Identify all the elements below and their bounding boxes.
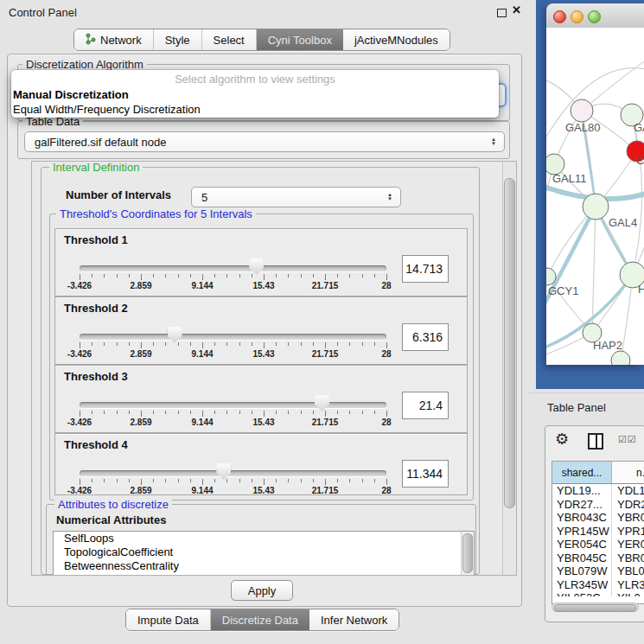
top-tab-jactivemnodules[interactable]: jActiveMNodules bbox=[343, 29, 450, 50]
table-row[interactable]: YBR043CYBR0 bbox=[552, 511, 644, 525]
top-tab-label: Select bbox=[214, 34, 245, 47]
tick-mark bbox=[386, 479, 387, 485]
network-node[interactable] bbox=[583, 194, 609, 220]
mac-zoom-light-icon[interactable] bbox=[588, 10, 601, 23]
cell-name[interactable]: YDR2 bbox=[612, 498, 644, 512]
top-tab-select[interactable]: Select bbox=[202, 29, 257, 50]
apply-button[interactable]: Apply bbox=[231, 580, 293, 601]
mac-minimize-light-icon[interactable] bbox=[571, 10, 583, 23]
tick-mark bbox=[202, 411, 203, 417]
attributes-scrollbar[interactable] bbox=[461, 532, 474, 576]
close-icon[interactable]: ✕ bbox=[512, 3, 521, 16]
threshold-slider-track[interactable] bbox=[80, 334, 386, 340]
threshold-slider-thumb[interactable] bbox=[315, 395, 329, 411]
cell-name[interactable]: YLR3 bbox=[612, 578, 644, 592]
attribute-item-topologicalcoefficient[interactable]: TopologicalCoefficient bbox=[54, 545, 474, 559]
cell-shared-name[interactable]: YDR27... bbox=[552, 498, 612, 512]
threshold-slider-thumb[interactable] bbox=[168, 327, 182, 343]
threshold-value-field[interactable]: 11.344 bbox=[402, 460, 449, 488]
dropdown-option-equal-width-frequency[interactable]: Equal Width/Frequency Discretization bbox=[11, 103, 499, 118]
cell-name[interactable]: YIL0 bbox=[612, 591, 644, 596]
tick-mark bbox=[202, 479, 203, 485]
tick-mark bbox=[92, 274, 92, 277]
cell-name[interactable]: YBR0 bbox=[612, 552, 644, 565]
panel-scrollbar[interactable] bbox=[502, 162, 516, 575]
column-selector-icon[interactable] bbox=[588, 433, 603, 450]
column-header-name[interactable]: n... bbox=[612, 462, 644, 483]
tick-mark bbox=[202, 274, 203, 280]
tick-mark bbox=[362, 342, 363, 346]
settings-scroll-viewport: Interval Definition Number of Intervals … bbox=[31, 161, 517, 576]
cell-shared-name[interactable]: YBR043C bbox=[552, 511, 612, 525]
tick-mark bbox=[129, 274, 130, 277]
tick-mark bbox=[276, 274, 277, 277]
gear-icon[interactable]: ⚙ bbox=[555, 430, 569, 449]
cell-name[interactable]: YDL1 bbox=[612, 484, 644, 498]
dropdown-placeholder-item[interactable]: Select algorithm to view settings bbox=[11, 70, 499, 88]
table-horizontal-scrollbar[interactable] bbox=[552, 603, 639, 612]
threshold-slider-thumb[interactable] bbox=[249, 258, 264, 275]
float-window-icon[interactable] bbox=[497, 9, 507, 17]
table-row[interactable]: YER054CYER0 bbox=[552, 538, 644, 552]
column-header-shared-name[interactable]: shared... bbox=[552, 462, 612, 483]
cell-shared-name[interactable]: YBL079W bbox=[552, 564, 612, 578]
tick-mark bbox=[129, 479, 130, 482]
cell-shared-name[interactable]: YIL052C bbox=[552, 591, 612, 596]
network-node[interactable] bbox=[571, 99, 593, 122]
tick-mark bbox=[349, 479, 350, 482]
threshold-value-field[interactable]: 14.713 bbox=[402, 255, 449, 283]
cell-shared-name[interactable]: YBR045C bbox=[552, 552, 612, 565]
number-of-intervals-select[interactable]: 5 ▲▼ bbox=[191, 187, 401, 207]
bottom-tab-impute-data[interactable]: Impute Data bbox=[126, 609, 211, 630]
scale-label: 21.715 bbox=[312, 281, 339, 290]
network-node[interactable] bbox=[611, 351, 630, 365]
table-row[interactable]: YDL19...YDL1 bbox=[552, 484, 644, 498]
table-row[interactable]: YPR145WYPR1 bbox=[552, 525, 644, 539]
cell-shared-name[interactable]: YER054C bbox=[552, 538, 612, 552]
attribute-item-selfloops[interactable]: SelfLoops bbox=[54, 532, 474, 545]
threshold-slider-thumb[interactable] bbox=[216, 463, 231, 480]
top-tab-style[interactable]: Style bbox=[154, 29, 202, 50]
checkbox-icons[interactable]: ☑☑ bbox=[618, 434, 637, 445]
scale-label: 21.715 bbox=[312, 486, 339, 495]
mac-close-light-icon[interactable] bbox=[553, 10, 566, 23]
threshold-slider-track[interactable] bbox=[80, 470, 386, 476]
scale-label: -3.426 bbox=[67, 349, 92, 359]
bottom-tab-infer-network[interactable]: Infer Network bbox=[309, 609, 399, 630]
tick-mark bbox=[337, 342, 338, 346]
scale-label: -3.426 bbox=[67, 281, 92, 290]
attribute-item-betweennesscentrality[interactable]: BetweennessCentrality bbox=[54, 559, 474, 573]
threshold-slider-track[interactable] bbox=[80, 265, 386, 271]
cell-name[interactable]: YER0 bbox=[612, 538, 644, 552]
top-tab-network[interactable]: Network bbox=[74, 29, 154, 50]
top-tab-cyni-toolbox[interactable]: Cyni Toolbox bbox=[257, 29, 343, 50]
threshold-slider-track[interactable] bbox=[80, 402, 386, 408]
table-row[interactable]: YBL079WYBL0 bbox=[552, 564, 644, 578]
table-row[interactable]: YBR045CYBR0 bbox=[552, 552, 644, 565]
attributes-scrollbar-thumb[interactable] bbox=[462, 533, 473, 573]
cell-shared-name[interactable]: YLR345W bbox=[552, 578, 612, 592]
threshold-value-field[interactable]: 6.316 bbox=[402, 323, 449, 351]
scale-label: 28 bbox=[381, 486, 391, 495]
bottom-tab-discretize-data[interactable]: Discretize Data bbox=[211, 609, 309, 630]
cell-name[interactable]: YPR1 bbox=[612, 525, 644, 539]
table-row[interactable]: YLR345WYLR3 bbox=[552, 578, 644, 592]
table-data-select[interactable]: galFiltered.sif default node ▲▼ bbox=[24, 131, 505, 152]
table-row[interactable]: YDR27...YDR2 bbox=[552, 498, 644, 512]
dropdown-option-manual-discretization[interactable]: Manual Discretization bbox=[11, 88, 499, 103]
tick-mark bbox=[325, 479, 326, 485]
cell-name[interactable]: YBL0 bbox=[612, 564, 644, 578]
threshold-value-field[interactable]: 21.4 bbox=[402, 392, 449, 419]
cell-shared-name[interactable]: YDL19... bbox=[552, 484, 612, 498]
tick-mark bbox=[117, 274, 118, 277]
tick-mark bbox=[165, 411, 166, 414]
network-window-titlebar[interactable] bbox=[546, 3, 644, 29]
table-row[interactable]: YIL052CYIL0 bbox=[552, 591, 644, 596]
cell-shared-name[interactable]: YPR145W bbox=[552, 525, 612, 539]
panel-scrollbar-thumb[interactable] bbox=[504, 178, 515, 508]
tick-mark bbox=[252, 479, 252, 482]
network-canvas[interactable]: GAL80GACGAL11GAL4GCY1HHAP2 bbox=[546, 28, 644, 365]
tick-mark bbox=[362, 274, 363, 277]
table-horizontal-scrollbar-thumb[interactable] bbox=[554, 604, 636, 612]
cell-name[interactable]: YBR0 bbox=[612, 511, 644, 525]
